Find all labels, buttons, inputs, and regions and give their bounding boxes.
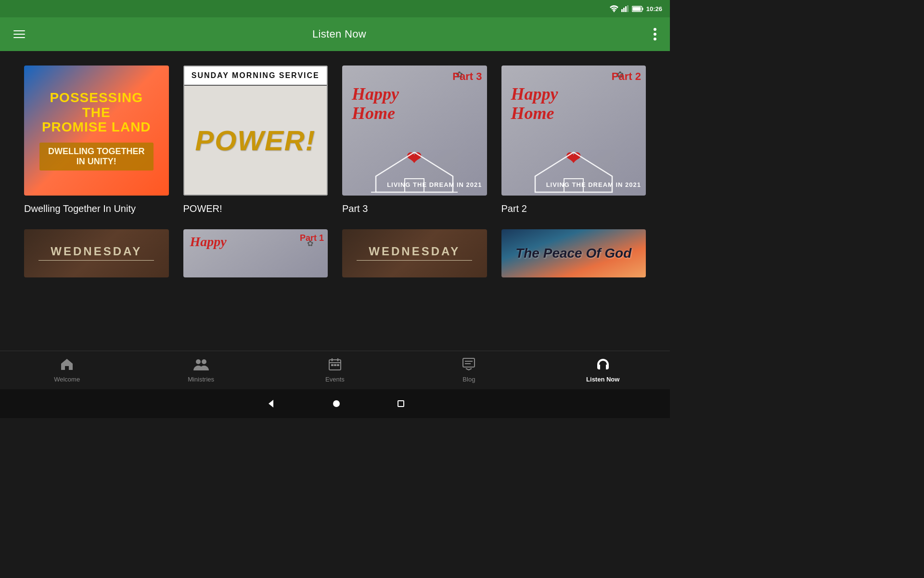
calendar-svg xyxy=(329,358,341,370)
nav-blog-label: Blog xyxy=(462,376,475,383)
card-happyhome-part1[interactable]: Happy Part 1 ✿ xyxy=(183,229,328,277)
card-wednesday-2[interactable]: WEDNESDAY xyxy=(342,229,487,277)
cards-grid-bottom: WEDNESDAY Happy Part 1 ✿ WEDNESDAY xyxy=(24,229,646,277)
status-icons: 10:26 xyxy=(610,5,662,13)
wednesday-line-2 xyxy=(357,260,472,261)
part-label-4: Part 2 xyxy=(612,70,641,83)
home-svg xyxy=(60,358,74,370)
cards-grid-top: POSSESSINGTHEPROMISE LAND DWELLING TOGET… xyxy=(24,66,646,215)
card-wednesday-1[interactable]: WEDNESDAY xyxy=(24,229,169,277)
card-img-wed-inner: WEDNESDAY xyxy=(24,229,169,277)
unity-text: IN UNITY! xyxy=(48,157,145,167)
nav-welcome[interactable]: Welcome xyxy=(48,358,86,383)
time-display: 10:26 xyxy=(646,5,662,13)
card-label-4: Part 2 xyxy=(501,202,646,215)
card-img-peace-of-god: The Peace Of God xyxy=(501,229,646,277)
blog-icon xyxy=(462,358,475,374)
card-img-happyhome2: ✿ Part 2 HappyHome ❤ LIVING THE DREAM IN… xyxy=(501,66,646,196)
peace-of-god-text: The Peace Of God xyxy=(515,245,631,262)
recents-button[interactable] xyxy=(398,400,404,407)
year-text-3: LIVING THE DREAM IN 2021 xyxy=(387,181,482,188)
more-options-button[interactable] xyxy=(650,24,660,44)
back-icon xyxy=(266,399,275,408)
card-dwelling-together[interactable]: POSSESSINGTHEPROMISE LAND DWELLING TOGET… xyxy=(24,66,169,215)
nav-blog[interactable]: Blog xyxy=(449,358,488,383)
recents-square xyxy=(398,400,404,407)
card-image-2: SUNDAY MORNING SERVICE POWER! xyxy=(183,66,328,196)
svg-rect-21 xyxy=(331,364,334,366)
people-svg xyxy=(193,358,209,370)
flower-icon-hh1: ✿ xyxy=(307,239,313,248)
home-icon xyxy=(60,358,74,374)
menu-button[interactable] xyxy=(10,26,29,42)
system-nav xyxy=(0,389,670,418)
svg-point-8 xyxy=(654,28,656,31)
svg-point-9 xyxy=(654,33,656,36)
svg-rect-4 xyxy=(627,5,629,12)
people-icon xyxy=(193,358,209,374)
card-image-1: POSSESSINGTHEPROMISE LAND DWELLING TOGET… xyxy=(24,66,169,196)
svg-rect-22 xyxy=(334,364,336,366)
card-peace-of-god[interactable]: The Peace Of God xyxy=(501,229,646,277)
more-vertical-icon xyxy=(654,28,656,40)
headphones-svg xyxy=(596,358,610,370)
card-img-possessing: POSSESSINGTHEPROMISE LAND DWELLING TOGET… xyxy=(24,66,169,196)
card-img-happyhome1: Happy Part 1 ✿ xyxy=(183,229,328,277)
card-img-power: SUNDAY MORNING SERVICE POWER! xyxy=(183,66,328,196)
status-bar: 10:26 xyxy=(0,0,670,17)
card-label-2: POWER! xyxy=(183,202,328,215)
wednesday-text-1: WEDNESDAY xyxy=(51,245,142,258)
part-label-3: Part 3 xyxy=(452,70,482,83)
main-content: POSSESSINGTHEPROMISE LAND DWELLING TOGET… xyxy=(0,51,670,287)
nav-events-label: Events xyxy=(325,376,345,383)
possessing-text: POSSESSINGTHEPROMISE LAND xyxy=(42,91,151,135)
svg-marker-27 xyxy=(269,400,273,407)
home-button[interactable] xyxy=(333,400,340,407)
card-img-wednesday1: WEDNESDAY xyxy=(24,229,169,277)
card-image-4: ✿ Part 2 HappyHome ❤ LIVING THE DREAM IN… xyxy=(501,66,646,196)
wednesday-line-1 xyxy=(38,260,154,261)
card-img-wednesday2: WEDNESDAY xyxy=(342,229,487,277)
card-label-1: Dwelling Together In Unity xyxy=(24,202,169,215)
year-text-4: LIVING THE DREAM IN 2021 xyxy=(546,181,641,188)
svg-point-0 xyxy=(613,11,615,13)
card-img-peace-inner: The Peace Of God xyxy=(501,229,646,277)
nav-listen-now-label: Listen Now xyxy=(586,376,619,383)
headphones-icon xyxy=(596,358,610,374)
dwelling-text: DWELLING TOGETHER xyxy=(48,146,145,157)
bottom-nav: Welcome Ministries Events xyxy=(0,351,670,389)
card-img-hh1-inner: Happy Part 1 ✿ xyxy=(183,229,328,277)
wifi-icon xyxy=(610,5,618,12)
card-part2[interactable]: ✿ Part 2 HappyHome ❤ LIVING THE DREAM IN… xyxy=(501,66,646,215)
signal-icon xyxy=(621,5,629,12)
svg-rect-23 xyxy=(337,364,339,366)
card-label-3: Part 3 xyxy=(342,202,487,215)
nav-ministries[interactable]: Ministries xyxy=(182,358,220,383)
nav-events[interactable]: Events xyxy=(316,358,354,383)
app-bar: Listen Now xyxy=(0,17,670,51)
card-image-3: ✿ Part 3 HappyHome ❤ LIVING THE DREAM IN… xyxy=(342,66,487,196)
hh1-happy-text: Happy xyxy=(190,234,227,250)
dwelling-banner: DWELLING TOGETHER IN UNITY! xyxy=(39,143,154,171)
home-circle xyxy=(333,400,340,407)
svg-rect-3 xyxy=(625,6,627,12)
sms-text: SUNDAY MORNING SERVICE xyxy=(192,71,320,79)
page-title: Listen Now xyxy=(312,28,366,40)
back-button[interactable] xyxy=(266,399,275,408)
card-power[interactable]: SUNDAY MORNING SERVICE POWER! POWER! xyxy=(183,66,328,215)
power-text: POWER! xyxy=(195,86,316,195)
card-img-happyhome3: ✿ Part 3 HappyHome ❤ LIVING THE DREAM IN… xyxy=(342,66,487,196)
battery-icon xyxy=(632,6,643,12)
hamburger-icon xyxy=(13,30,25,38)
svg-point-15 xyxy=(196,359,201,364)
wednesday-text-2: WEDNESDAY xyxy=(369,245,460,258)
nav-welcome-label: Welcome xyxy=(54,376,80,383)
card-part3[interactable]: ✿ Part 3 HappyHome ❤ LIVING THE DREAM IN… xyxy=(342,66,487,215)
happy-home-text-4: HappyHome xyxy=(511,85,558,123)
svg-rect-7 xyxy=(642,8,643,10)
blog-svg xyxy=(462,358,475,370)
nav-listen-now[interactable]: Listen Now xyxy=(584,358,622,383)
svg-point-16 xyxy=(202,359,206,364)
svg-point-10 xyxy=(654,38,656,40)
calendar-icon xyxy=(329,358,341,374)
